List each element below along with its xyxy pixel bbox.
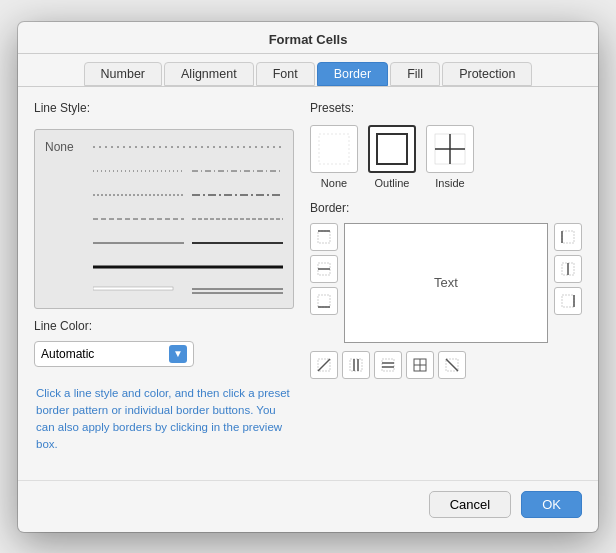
tab-bar: Number Alignment Font Border Fill Protec… — [18, 54, 598, 86]
line-style-box: None — [34, 129, 294, 309]
content-area: Line Style: None — [18, 87, 598, 480]
line-preview-medium — [192, 236, 283, 250]
line-style-none[interactable]: None — [41, 136, 287, 158]
tab-alignment[interactable]: Alignment — [164, 62, 254, 86]
preset-none-label: None — [321, 177, 347, 189]
line-style-dotted2[interactable] — [41, 184, 287, 206]
svg-rect-22 — [318, 295, 330, 307]
border-top-thick-button[interactable] — [374, 351, 402, 379]
line-preview-dashed1 — [93, 212, 184, 226]
dropdown-chevron-icon: ▼ — [169, 345, 187, 363]
border-middle-v-button[interactable] — [554, 255, 582, 283]
svg-line-42 — [446, 359, 458, 371]
svg-rect-32 — [350, 359, 362, 371]
line-preview-double2 — [192, 284, 283, 298]
tab-border[interactable]: Border — [317, 62, 389, 86]
tab-number[interactable]: Number — [84, 62, 162, 86]
border-all-button[interactable] — [406, 351, 434, 379]
border-left-thick-button[interactable] — [342, 351, 370, 379]
svg-rect-10 — [93, 287, 173, 290]
svg-rect-35 — [382, 359, 394, 371]
preset-none-button[interactable]: None — [310, 125, 358, 189]
line-preview-dashdot2 — [192, 188, 283, 202]
svg-line-31 — [318, 359, 330, 371]
color-value: Automatic — [41, 347, 169, 361]
border-left-button[interactable] — [554, 223, 582, 251]
preset-inside-icon — [426, 125, 474, 173]
svg-rect-28 — [562, 295, 574, 307]
tab-font[interactable]: Font — [256, 62, 315, 86]
svg-rect-13 — [319, 134, 349, 164]
line-style-thick[interactable] — [41, 256, 287, 278]
line-style-dashed[interactable] — [41, 208, 287, 230]
color-dropdown[interactable]: Automatic ▼ — [34, 341, 194, 367]
line-preview-dashed2 — [192, 212, 283, 226]
border-label: Border: — [310, 201, 582, 215]
ok-button[interactable]: OK — [521, 491, 582, 518]
hint-text: Click a line style and color, and then c… — [34, 377, 294, 456]
line-style-double[interactable] — [41, 280, 287, 302]
right-panel: Presets: None — [310, 101, 582, 470]
line-preview-dotted1 — [93, 140, 283, 154]
dialog-footer: Cancel OK — [18, 480, 598, 532]
border-preview-text: Text — [434, 275, 458, 290]
line-preview-dotted3 — [93, 188, 184, 202]
preset-outline-button[interactable]: Outline — [368, 125, 416, 189]
border-preview-box[interactable]: Text — [344, 223, 548, 343]
format-cells-dialog: Format Cells Number Alignment Font Borde… — [18, 22, 598, 532]
color-section: Line Color: Automatic ▼ — [34, 319, 294, 367]
tab-protection[interactable]: Protection — [442, 62, 532, 86]
line-style-label: Line Style: — [34, 101, 294, 115]
line-style-dotted1[interactable] — [41, 160, 287, 182]
line-style-thin[interactable] — [41, 232, 287, 254]
line-preview-double1 — [93, 284, 184, 298]
presets-section: Presets: None — [310, 101, 582, 189]
none-label: None — [45, 140, 85, 154]
border-controls: Text — [310, 223, 582, 343]
line-preview-dotted2 — [93, 164, 184, 178]
border-middle-h-button[interactable] — [310, 255, 338, 283]
cancel-button[interactable]: Cancel — [429, 491, 511, 518]
dialog-title: Format Cells — [18, 22, 598, 54]
border-top-button[interactable] — [310, 223, 338, 251]
border-right-buttons — [554, 223, 582, 315]
line-color-label: Line Color: — [34, 319, 294, 333]
svg-rect-24 — [562, 231, 574, 243]
svg-rect-14 — [377, 134, 407, 164]
tab-fill[interactable]: Fill — [390, 62, 440, 86]
border-section: Border: Te — [310, 201, 582, 379]
line-preview-thick — [93, 260, 283, 274]
preset-outline-icon — [368, 125, 416, 173]
left-panel: Line Style: None — [34, 101, 294, 470]
preset-none-icon — [310, 125, 358, 173]
line-preview-thin — [93, 236, 184, 250]
presets-label: Presets: — [310, 101, 582, 115]
border-right-button[interactable] — [554, 287, 582, 315]
preset-outline-label: Outline — [375, 177, 410, 189]
border-side-buttons — [310, 223, 338, 315]
border-bottom-button[interactable] — [310, 287, 338, 315]
border-bottom-buttons — [310, 351, 582, 379]
line-preview-dashdot — [192, 164, 283, 178]
border-diagonal-up-button[interactable] — [438, 351, 466, 379]
svg-rect-18 — [318, 231, 330, 243]
preset-inside-button[interactable]: Inside — [426, 125, 474, 189]
border-diagonal-down-button[interactable] — [310, 351, 338, 379]
preset-inside-label: Inside — [435, 177, 464, 189]
presets-row: None Outline — [310, 125, 582, 189]
